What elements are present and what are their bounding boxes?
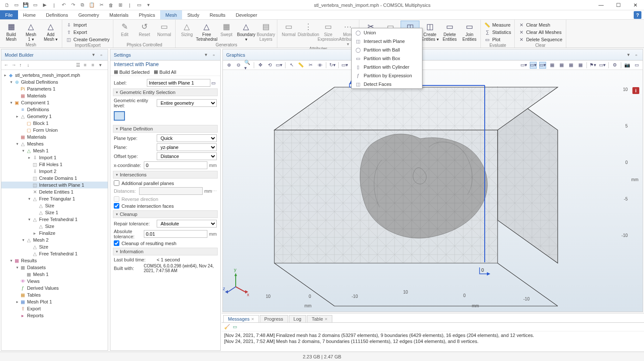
select-icon[interactable]: ↖ [288, 62, 295, 69]
tree-node[interactable]: ▦Materials [1, 92, 108, 99]
tree-node[interactable]: ⇧Export [1, 305, 108, 312]
tree-node[interactable]: 👁Views [1, 278, 108, 285]
tree-expand-icon[interactable]: ▸ [27, 155, 31, 160]
tree-expand-icon[interactable]: ▾ [9, 100, 13, 105]
ribbon-create-entities[interactable]: ◫CreateEntities ▾ [420, 21, 439, 42]
tree-expand-icon[interactable]: ▸ [15, 114, 19, 118]
tree-node[interactable]: ▾⊕Global Definitions [1, 79, 108, 85]
ribbon-free-tet[interactable]: △FreeTetrahedral [197, 21, 216, 42]
menu-tab-definitions[interactable]: Definitions [41, 10, 73, 19]
grid3-icon[interactable]: ▦ [568, 62, 574, 69]
view2-icon[interactable]: ▭▾ [539, 62, 546, 69]
cleanup-mesh-checkbox[interactable] [114, 240, 119, 246]
tab-close-icon[interactable]: × [325, 316, 327, 322]
tree-node[interactable]: ▢Form Union [1, 127, 108, 133]
tree-expand-icon[interactable]: ▾ [27, 217, 31, 221]
tree-expand-icon[interactable]: ▾ [27, 197, 31, 201]
mb-more-icon[interactable]: ▾ [99, 62, 105, 68]
menu-tab-physics[interactable]: Physics [134, 10, 160, 19]
tree-node[interactable]: ▸▦Mesh Plot 1 [1, 298, 108, 305]
tree-node[interactable]: ▦Tables [1, 291, 108, 298]
dropdown-intersect-plane[interactable]: ◫Intersect with Plane [352, 37, 422, 46]
tree-node[interactable]: ◫Create Domains 1 [1, 175, 108, 182]
tree-node[interactable]: ▾△Mesh 2 [1, 237, 108, 243]
section-information[interactable]: ▾Information [113, 248, 218, 255]
grid2-icon[interactable]: ▦ [558, 62, 565, 69]
help-button[interactable]: ? [634, 11, 641, 19]
qat-delete-icon[interactable]: 🗑 [107, 2, 114, 9]
tree-node[interactable]: ▾▣Component 1 [1, 99, 108, 106]
qat-grid-icon[interactable]: ⊞ [117, 2, 124, 9]
tree-node[interactable]: ≡Definitions [1, 106, 108, 113]
dropdown-partition-box[interactable]: ▭Partition with Box [352, 54, 422, 63]
menu-tab-home[interactable]: Home [18, 10, 41, 19]
rotate-icon[interactable]: ⟲ [266, 62, 273, 69]
mb-nav-up-icon[interactable]: ↑ [19, 62, 25, 68]
view-xy-icon[interactable]: ▭▾ [276, 62, 283, 69]
tree-expand-icon[interactable]: ▾ [21, 149, 25, 153]
tree-node[interactable]: △Size [1, 202, 108, 209]
menu-tab-materials[interactable]: Materials [104, 10, 134, 19]
mb-collapse-icon[interactable]: ≡ [84, 62, 90, 68]
abs-tol-input[interactable] [144, 230, 207, 238]
dropdown-partition-ball[interactable]: ◯Partition with Ball [352, 46, 422, 54]
minimize-button[interactable]: — [592, 0, 610, 10]
ribbon-export[interactable]: ⇧Export [64, 29, 111, 36]
msg-tab-progress[interactable]: Progress [260, 315, 288, 322]
tree-expand-icon[interactable]: ▸ [3, 73, 7, 77]
tree-node[interactable]: ▾△Free Tetrahedral 1 [1, 216, 108, 223]
camera-icon[interactable]: 📷 [624, 62, 631, 69]
ribbon-add-mesh[interactable]: △AddMesh ▾ [41, 21, 60, 42]
tree-node[interactable]: ◫Fill Holes 1 [1, 161, 108, 168]
msg-tab-log[interactable]: Log [289, 315, 306, 322]
settings-icon[interactable]: ⚙ [611, 62, 618, 69]
plane-select[interactable]: yz-plane [157, 143, 217, 151]
tree-node[interactable]: ⇩Import 2 [1, 168, 108, 175]
flag-icon[interactable]: ⚑▾ [589, 62, 596, 69]
qat-app-icon[interactable]: ▭ [136, 2, 143, 9]
mb-nav-fwd-icon[interactable]: → [12, 62, 18, 68]
dropdown-partition-expr[interactable]: ƒPartition by Expression [352, 71, 422, 80]
tree-node[interactable]: ▾△Free Triangular 1 [1, 195, 108, 202]
view1-icon[interactable]: ▭▾ [530, 62, 537, 69]
tree-node[interactable]: △Free Tetrahedral 1 [1, 250, 108, 257]
tab-close-icon[interactable]: × [251, 316, 254, 322]
xcoord-input[interactable] [144, 161, 207, 169]
mb-nav-down-icon[interactable]: ↓ [27, 62, 33, 68]
label-tag-icon[interactable]: ▭ [210, 80, 217, 86]
export-icon[interactable]: ▭ [633, 62, 640, 69]
qat-new-icon[interactable]: 🗋 [3, 2, 10, 9]
tree-node[interactable]: △Size [1, 223, 108, 230]
ribbon-join-entities[interactable]: ▭JoinEntities [460, 21, 479, 42]
selection-toggle-button[interactable] [114, 111, 125, 121]
section-plane-def[interactable]: ▾Plane Definition [113, 125, 218, 133]
graphics-canvas[interactable]: i [223, 70, 643, 312]
section-cleanup[interactable]: ▾Cleanup [113, 210, 218, 218]
qat-copy-icon[interactable]: ⧉ [79, 2, 86, 9]
msg-tab-table[interactable]: Table× [307, 315, 332, 322]
tree-node[interactable]: ✕Delete Entities 1 [1, 188, 108, 195]
ribbon-mesh-1[interactable]: △Mesh1 ▾ [21, 21, 40, 42]
repair-select[interactable]: Absolute [157, 220, 217, 228]
dropdown-union[interactable]: ◯Union [352, 28, 422, 37]
ribbon-measure[interactable]: 📏Measure [483, 21, 513, 28]
tree-node[interactable]: ▸Finalize [1, 230, 108, 237]
ribbon-delete-seq[interactable]: ✕Delete Sequence [516, 36, 564, 43]
ribbon-create-geometry[interactable]: ◫Create Geometry [64, 36, 111, 43]
offset-select[interactable]: Distance [157, 152, 217, 160]
close-button[interactable]: ✕ [627, 0, 644, 10]
tree-node[interactable]: ▦Materials [1, 133, 108, 140]
tree-node[interactable]: ▸⇩Import 1 [1, 154, 108, 161]
tree-expand-icon[interactable]: ▾ [15, 142, 19, 146]
msg-copy-icon[interactable]: ▭ [233, 324, 237, 330]
hide-icon[interactable]: 👁 [316, 62, 323, 69]
measure-icon[interactable]: 📏 [298, 62, 304, 69]
tree-node[interactable]: ▾△Mesh 1 [1, 147, 108, 154]
tree-expand-icon[interactable]: ▾ [21, 238, 25, 242]
settings-close-icon[interactable]: ▫ [211, 52, 217, 58]
menu-tab-results[interactable]: Results [204, 10, 231, 19]
build-selected-button[interactable]: ▦ Build Selected [114, 69, 149, 75]
qat-redo-icon[interactable]: ↷ [70, 2, 76, 9]
ribbon-plot[interactable]: ▭Plot [483, 36, 513, 43]
geom-level-select[interactable]: Entire geometry [157, 99, 217, 107]
